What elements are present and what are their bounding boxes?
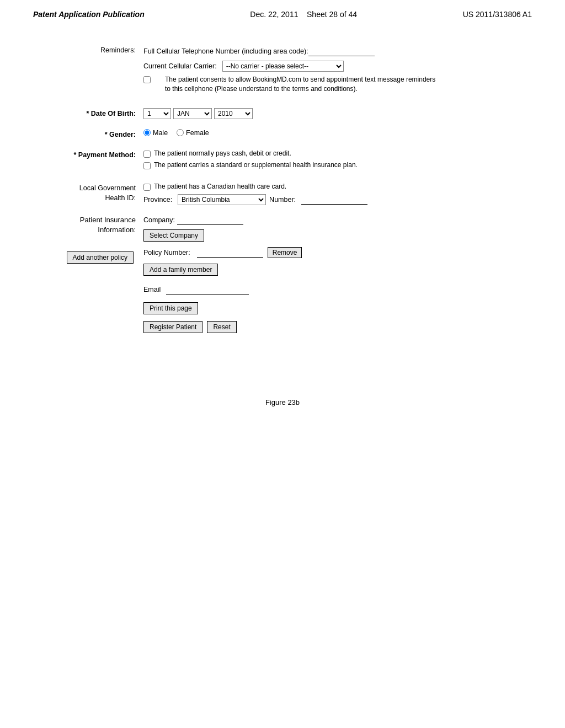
payment-insurance-checkbox[interactable] [143,162,151,169]
select-company-row: Select Company [143,229,532,242]
email-row: Email [143,285,532,295]
gender-female-item: Female [177,129,209,137]
reminders-field: Full Cellular Telephone Number (includin… [143,46,532,97]
reminders-label: Reminders: [33,46,143,54]
consent-text: The patient consents to allow BookingMD.… [165,75,441,94]
register-patient-button[interactable]: Register Patient [143,321,202,333]
gender-field: Male Female [143,129,532,137]
dob-day-select[interactable]: 1 [143,108,171,119]
gender-radio-group: Male Female [143,129,532,137]
main-content: Reminders: Full Cellular Telephone Numbe… [0,24,565,365]
sheet-info: Sheet 28 of 44 [307,10,357,19]
patient-insurance-label: Patient Insurance [80,216,136,224]
cellular-phone-input[interactable] [308,46,375,56]
health-id-sublabel: Health ID: [105,194,136,202]
submit-row: Register Patient Reset [143,321,532,333]
province-label: Province: [143,196,172,204]
header-left: Patent Application Publication [33,10,145,19]
payment-cash-row: The patient normally pays cash, debit or… [143,149,532,158]
gender-male-label: Male [153,129,168,137]
header-center: Dec. 22, 2011 Sheet 28 of 44 [250,10,357,19]
payment-cash-checkbox[interactable] [143,151,151,158]
local-gov-label: Local Government [79,184,136,192]
payment-insurance-text: The patient carries a standard or supple… [154,161,358,169]
cellular-phone-label: Full Cellular Telephone Number (includin… [143,47,308,55]
gender-female-radio[interactable] [177,129,184,136]
health-card-text: The patient has a Canadian health care c… [154,183,286,190]
dob-field: 1 JAN 2010 [143,108,532,119]
reminders-section: Reminders: Full Cellular Telephone Numbe… [33,46,532,97]
policy-number-row: Policy Number: Remove [143,247,532,258]
dob-selects: 1 JAN 2010 [143,108,532,119]
health-id-row: Local Government Health ID: The patient … [33,183,532,205]
carrier-label: Current Cellular Carrier: [143,62,217,70]
dob-row: * Date Of Birth: 1 JAN 2010 [33,108,532,119]
insurance-row: Patient Insurance Information: Add anoth… [33,215,532,333]
cellular-phone-row: Full Cellular Telephone Number (includin… [143,46,532,56]
email-label: Email [143,286,161,293]
company-label: Company: [143,216,175,224]
email-input[interactable] [166,285,249,295]
page: Patent Application Publication Dec. 22, … [0,0,565,728]
carrier-row: Current Cellular Carrier: --No carrier -… [143,61,532,72]
select-company-button[interactable]: Select Company [143,229,204,242]
gender-label: * Gender: [33,129,143,140]
dob-month-select[interactable]: JAN [173,108,212,119]
company-input[interactable] [177,215,243,225]
payment-cash-text: The patient normally pays cash, debit or… [154,149,291,157]
print-button[interactable]: Print this page [143,302,198,314]
print-row: Print this page [143,302,532,314]
dob-year-select[interactable]: 2010 [214,108,253,119]
province-select[interactable]: British Columbia [178,194,266,205]
gender-row: * Gender: Male Female [33,129,532,140]
payment-field: The patient normally pays cash, debit or… [143,149,532,173]
figure-caption: Figure 23b [0,398,565,406]
carrier-select[interactable]: --No carrier - please select-- [222,61,344,72]
page-header: Patent Application Publication Dec. 22, … [0,0,565,24]
payment-row: * Payment Method: The patient normally p… [33,149,532,173]
policy-number-label: Policy Number: [143,249,190,256]
add-another-policy-button[interactable]: Add another policy [67,251,134,264]
insurance-field: Company: Select Company Policy Number: R… [143,215,532,333]
health-id-field: The patient has a Canadian health care c… [143,183,532,205]
insurance-left: Patient Insurance Information: Add anoth… [33,215,143,264]
province-row: Province: British Columbia Number: [143,194,532,205]
consent-checkbox[interactable] [143,76,151,83]
add-family-member-button[interactable]: Add a family member [143,264,218,276]
company-row: Company: [143,215,532,225]
remove-button[interactable]: Remove [268,247,302,258]
header-right: US 2011/313806 A1 [463,10,532,19]
information-label: Information: [98,226,136,234]
policy-number-input[interactable] [197,248,263,258]
gender-male-item: Male [143,129,168,137]
gender-male-radio[interactable] [143,129,151,136]
payment-label: * Payment Method: [33,149,143,160]
payment-insurance-row: The patient carries a standard or supple… [143,161,532,169]
reset-button[interactable]: Reset [207,321,236,333]
gender-female-label: Female [186,129,209,137]
consent-row: The patient consents to allow BookingMD.… [143,75,532,94]
add-family-member-row: Add a family member [143,264,532,276]
number-label: Number: [269,196,296,204]
publication-date: Dec. 22, 2011 [250,10,298,19]
health-id-label: Local Government Health ID: [33,183,143,203]
health-number-input[interactable] [301,195,367,205]
health-card-checkbox[interactable] [143,184,151,191]
dob-label: * Date Of Birth: [33,108,143,119]
health-card-row: The patient has a Canadian health care c… [143,183,532,191]
